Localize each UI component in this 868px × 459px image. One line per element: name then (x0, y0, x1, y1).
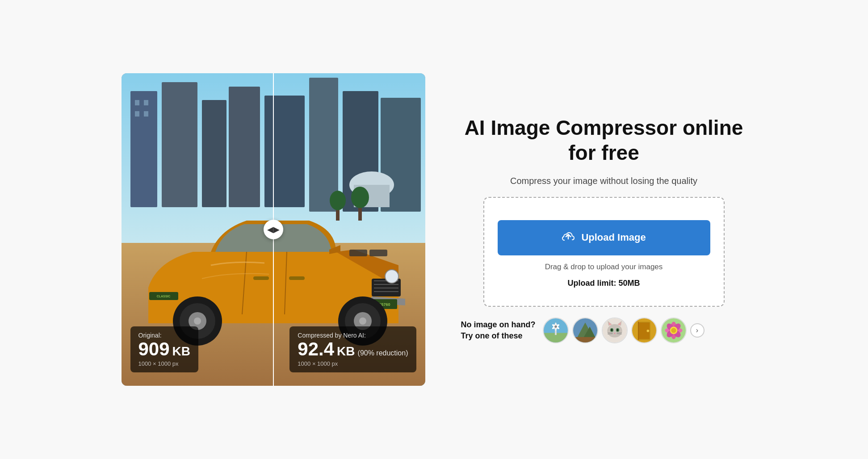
image-compare-panel: 55760 CLASSIC (122, 73, 425, 386)
upload-image-button[interactable]: Upload Image (498, 220, 710, 255)
svg-point-34 (359, 317, 366, 325)
svg-point-74 (646, 330, 649, 332)
svg-point-28 (385, 270, 398, 283)
svg-rect-2 (130, 91, 157, 207)
svg-rect-7 (309, 78, 338, 212)
sample-cat[interactable] (602, 317, 628, 343)
upload-dropzone[interactable]: Upload Image Drag & drop to upload your … (483, 197, 725, 307)
upload-limit-text: Upload limit: 50MB (567, 279, 640, 288)
compressed-dims: 1000 × 1000 px (298, 360, 408, 367)
svg-rect-10 (135, 100, 139, 105)
svg-point-17 (330, 191, 346, 210)
samples-label: No image on hand?Try one of these (461, 319, 536, 342)
svg-rect-55 (573, 337, 597, 342)
svg-rect-4 (202, 100, 226, 207)
original-label: Original: (138, 332, 191, 339)
svg-point-51 (554, 325, 557, 328)
svg-rect-6 (264, 96, 305, 207)
svg-point-19 (351, 187, 369, 208)
original-size-unit: KB (172, 344, 190, 359)
svg-rect-12 (135, 111, 139, 117)
svg-point-86 (671, 328, 676, 333)
compressed-label: Compressed by Nero AI: (298, 332, 408, 339)
svg-rect-41 (253, 276, 269, 280)
upload-button-label: Upload Image (581, 232, 646, 243)
samples-next-button[interactable]: › (690, 323, 704, 338)
svg-rect-21 (349, 250, 367, 256)
sample-flower[interactable] (661, 317, 687, 343)
drag-drop-text: Drag & drop to upload your images (545, 263, 663, 271)
svg-point-57 (607, 324, 622, 338)
upload-cloud-icon (562, 230, 575, 246)
compressed-size-number: 92.4 (298, 340, 334, 359)
upload-section: AI Image Compressor online for free Comp… (461, 116, 747, 343)
original-size-number: 909 (138, 340, 170, 359)
page-subtitle: Compress your image without losing the q… (510, 176, 697, 186)
svg-point-65 (617, 329, 618, 331)
svg-rect-42 (289, 276, 305, 280)
sample-windmill[interactable] (543, 317, 569, 343)
svg-rect-11 (144, 100, 148, 105)
svg-text:CLASSIC: CLASSIC (156, 295, 170, 298)
compressed-info-panel: Compressed by Nero AI: 92.4 KB (90% redu… (289, 326, 416, 372)
svg-rect-13 (144, 111, 148, 117)
svg-rect-3 (162, 82, 197, 207)
compressed-reduction: (90% reduction) (358, 349, 408, 357)
svg-point-64 (611, 329, 612, 331)
svg-point-38 (194, 317, 201, 325)
svg-rect-5 (229, 87, 260, 207)
svg-rect-22 (369, 250, 387, 256)
samples-images-list: › (543, 317, 704, 343)
compressed-size-unit: KB (337, 344, 355, 359)
sample-mountain[interactable] (572, 317, 598, 343)
sample-images-row: No image on hand?Try one of these (461, 317, 747, 343)
original-dims: 1000 × 1000 px (138, 360, 191, 367)
main-container: 55760 CLASSIC (122, 73, 747, 386)
svg-rect-75 (638, 321, 639, 340)
page-title: AI Image Compressor online for free (461, 116, 747, 165)
original-info-panel: Original: 909 KB 1000 × 1000 px (130, 326, 199, 372)
comparison-handle[interactable]: ◀▶ (264, 220, 283, 239)
sample-door[interactable] (631, 317, 657, 343)
